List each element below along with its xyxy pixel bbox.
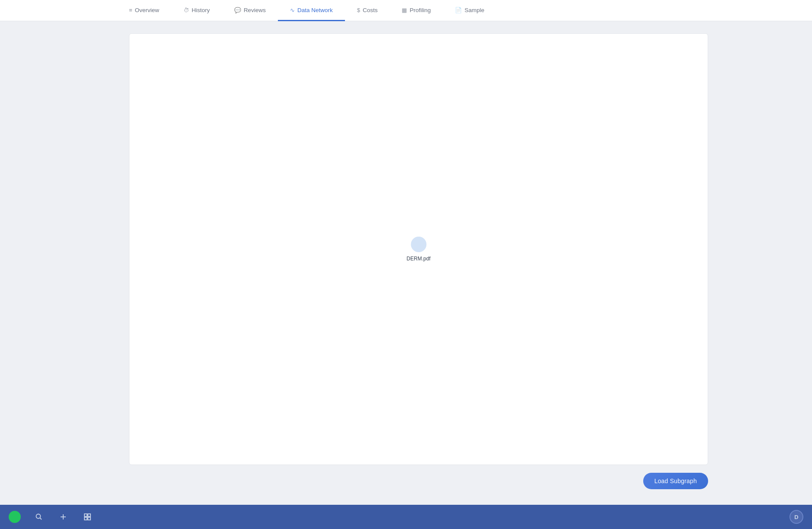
tab-history[interactable]: ⏱ History bbox=[171, 0, 222, 21]
search-button[interactable] bbox=[33, 511, 45, 523]
tab-profiling[interactable]: ▦ Profiling bbox=[390, 0, 443, 21]
profiling-icon: ▦ bbox=[402, 7, 407, 13]
bottom-toolbar: D bbox=[0, 505, 812, 529]
tab-overview-label: Overview bbox=[135, 7, 159, 13]
graph-node: DERM.pdf bbox=[406, 237, 430, 262]
tab-profiling-label: Profiling bbox=[409, 7, 431, 13]
tab-sample-label: Sample bbox=[464, 7, 484, 13]
data-network-icon: ∿ bbox=[290, 7, 295, 13]
grid-button[interactable] bbox=[81, 511, 93, 523]
tab-reviews[interactable]: 💬 Reviews bbox=[222, 0, 278, 21]
nav-tabs: ≡ Overview ⏱ History 💬 Reviews ∿ Data Ne… bbox=[117, 0, 496, 21]
graph-canvas[interactable]: DERM.pdf bbox=[129, 33, 708, 465]
main-layout: DERM.pdf Load Subgraph bbox=[0, 21, 812, 505]
tab-reviews-label: Reviews bbox=[244, 7, 266, 13]
button-bar: Load Subgraph bbox=[129, 465, 708, 493]
load-subgraph-button[interactable]: Load Subgraph bbox=[643, 473, 708, 489]
tab-overview[interactable]: ≡ Overview bbox=[117, 0, 171, 21]
tab-costs-label: Costs bbox=[363, 7, 378, 13]
user-avatar[interactable]: D bbox=[789, 510, 803, 524]
node-label: DERM.pdf bbox=[406, 256, 430, 262]
main-content: DERM.pdf Load Subgraph bbox=[117, 21, 725, 505]
svg-line-2 bbox=[40, 518, 42, 520]
svg-rect-5 bbox=[84, 514, 87, 516]
right-sidebar bbox=[725, 21, 812, 505]
svg-rect-6 bbox=[88, 514, 90, 516]
history-icon: ⏱ bbox=[184, 7, 189, 13]
tab-data-network-label: Data Network bbox=[297, 7, 333, 13]
app-logo[interactable] bbox=[9, 511, 21, 523]
top-navigation: ≡ Overview ⏱ History 💬 Reviews ∿ Data Ne… bbox=[0, 0, 812, 21]
tab-data-network[interactable]: ∿ Data Network bbox=[278, 0, 345, 21]
costs-icon: $ bbox=[357, 7, 360, 13]
reviews-icon: 💬 bbox=[234, 7, 241, 13]
node-circle bbox=[411, 237, 426, 252]
overview-icon: ≡ bbox=[129, 7, 132, 13]
left-sidebar bbox=[0, 21, 117, 505]
tab-sample[interactable]: 📄 Sample bbox=[443, 0, 496, 21]
sample-icon: 📄 bbox=[455, 7, 462, 13]
svg-rect-7 bbox=[84, 517, 87, 520]
add-button[interactable] bbox=[57, 511, 69, 523]
tab-history-label: History bbox=[192, 7, 210, 13]
svg-rect-8 bbox=[88, 517, 90, 520]
tab-costs[interactable]: $ Costs bbox=[345, 0, 390, 21]
svg-point-0 bbox=[12, 514, 17, 519]
svg-point-1 bbox=[36, 514, 41, 519]
